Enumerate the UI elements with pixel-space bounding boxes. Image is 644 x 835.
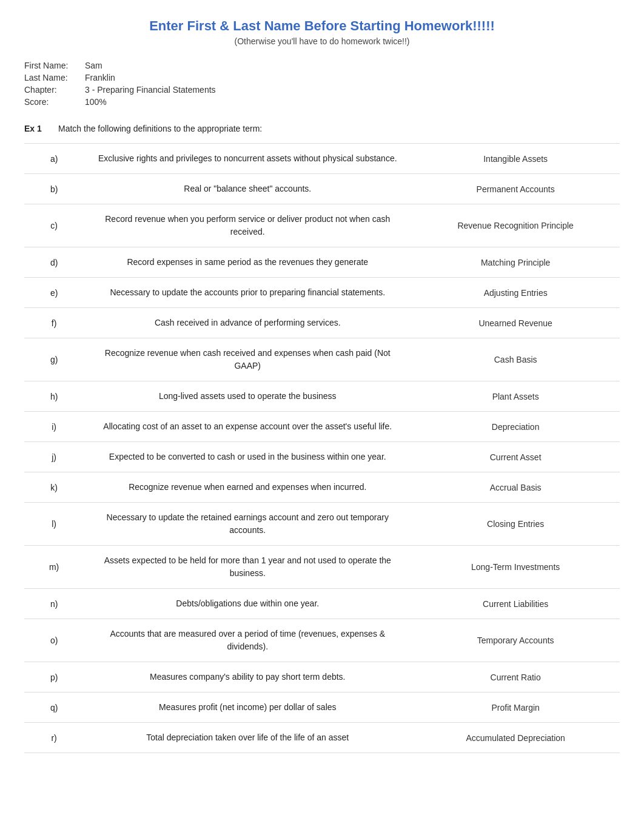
row-definition: Long-lived assets used to operate the bu… <box>84 381 411 412</box>
row-definition: Debts/obligations due within one year. <box>84 589 411 619</box>
row-letter: m) <box>24 546 84 589</box>
row-definition: Exclusive rights and privileges to noncu… <box>84 144 411 174</box>
row-term: Closing Entries <box>411 503 620 546</box>
row-term: Current Liabilities <box>411 589 620 619</box>
page-header: Enter First & Last Name Before Starting … <box>24 18 620 46</box>
table-row: l)Necessary to update the retained earni… <box>24 503 620 546</box>
score-row: Score: 100% <box>24 97 620 107</box>
last-name-value: Franklin <box>85 73 115 82</box>
exercise-number: Ex 1 <box>24 124 49 133</box>
row-definition: Cash received in advance of performing s… <box>84 308 411 338</box>
row-term: Cash Basis <box>411 338 620 381</box>
header-title: Enter First & Last Name Before Starting … <box>24 18 620 34</box>
first-name-value: Sam <box>85 61 102 70</box>
table-row: d)Record expenses in same period as the … <box>24 247 620 278</box>
row-letter: d) <box>24 247 84 278</box>
score-value: 100% <box>85 97 107 107</box>
table-row: m)Assets expected to be held for more th… <box>24 546 620 589</box>
row-term: Profit Margin <box>411 692 620 723</box>
last-name-row: Last Name: Franklin <box>24 73 620 82</box>
row-definition: Recognize revenue when earned and expens… <box>84 472 411 503</box>
exercise-instruction: Match the following definitions to the a… <box>58 124 262 133</box>
row-letter: f) <box>24 308 84 338</box>
row-term: Plant Assets <box>411 381 620 412</box>
row-term: Intangible Assets <box>411 144 620 174</box>
row-letter: o) <box>24 619 84 662</box>
row-term: Permanent Accounts <box>411 174 620 204</box>
row-definition: Allocating cost of an asset to an expens… <box>84 412 411 442</box>
table-row: q)Measures profit (net income) per dolla… <box>24 692 620 723</box>
row-term: Long-Term Investments <box>411 546 620 589</box>
row-letter: k) <box>24 472 84 503</box>
row-term: Matching Principle <box>411 247 620 278</box>
first-name-row: First Name: Sam <box>24 61 620 70</box>
row-letter: e) <box>24 278 84 308</box>
row-term: Current Asset <box>411 442 620 472</box>
row-term: Adjusting Entries <box>411 278 620 308</box>
row-term: Accumulated Depreciation <box>411 723 620 753</box>
row-definition: Measures profit (net income) per dollar … <box>84 692 411 723</box>
row-letter: g) <box>24 338 84 381</box>
row-definition: Real or "balance sheet" accounts. <box>84 174 411 204</box>
row-letter: b) <box>24 174 84 204</box>
table-row: a)Exclusive rights and privileges to non… <box>24 144 620 174</box>
row-definition: Record revenue when you perform service … <box>84 204 411 247</box>
row-term: Unearned Revenue <box>411 308 620 338</box>
row-definition: Recognize revenue when cash received and… <box>84 338 411 381</box>
row-definition: Assets expected to be held for more than… <box>84 546 411 589</box>
table-row: f)Cash received in advance of performing… <box>24 308 620 338</box>
info-section: First Name: Sam Last Name: Franklin Chap… <box>24 61 620 107</box>
table-row: n)Debts/obligations due within one year.… <box>24 589 620 619</box>
table-row: p)Measures company's ability to pay shor… <box>24 662 620 692</box>
table-row: j)Expected to be converted to cash or us… <box>24 442 620 472</box>
table-row: k)Recognize revenue when earned and expe… <box>24 472 620 503</box>
table-row: g)Recognize revenue when cash received a… <box>24 338 620 381</box>
table-row: i)Allocating cost of an asset to an expe… <box>24 412 620 442</box>
row-letter: h) <box>24 381 84 412</box>
row-letter: a) <box>24 144 84 174</box>
row-term: Accrual Basis <box>411 472 620 503</box>
row-definition: Expected to be converted to cash or used… <box>84 442 411 472</box>
chapter-label: Chapter: <box>24 85 85 95</box>
chapter-row: Chapter: 3 - Preparing Financial Stateme… <box>24 85 620 95</box>
exercise-header: Ex 1 Match the following definitions to … <box>24 124 620 133</box>
header-subtitle: (Otherwise you'll have to do homework tw… <box>24 36 620 46</box>
last-name-label: Last Name: <box>24 73 85 82</box>
row-letter: j) <box>24 442 84 472</box>
row-letter: l) <box>24 503 84 546</box>
row-letter: q) <box>24 692 84 723</box>
row-term: Depreciation <box>411 412 620 442</box>
row-term: Current Ratio <box>411 662 620 692</box>
table-row: e)Necessary to update the accounts prior… <box>24 278 620 308</box>
first-name-label: First Name: <box>24 61 85 70</box>
row-letter: r) <box>24 723 84 753</box>
table-row: c)Record revenue when you perform servic… <box>24 204 620 247</box>
row-definition: Necessary to update the accounts prior t… <box>84 278 411 308</box>
row-definition: Accounts that are measured over a period… <box>84 619 411 662</box>
table-row: r)Total depreciation taken over life of … <box>24 723 620 753</box>
row-definition: Record expenses in same period as the re… <box>84 247 411 278</box>
row-letter: c) <box>24 204 84 247</box>
row-letter: n) <box>24 589 84 619</box>
table-row: o)Accounts that are measured over a peri… <box>24 619 620 662</box>
row-definition: Measures company's ability to pay short … <box>84 662 411 692</box>
row-letter: i) <box>24 412 84 442</box>
table-row: b)Real or "balance sheet" accounts.Perma… <box>24 174 620 204</box>
row-definition: Total depreciation taken over life of th… <box>84 723 411 753</box>
matching-table: a)Exclusive rights and privileges to non… <box>24 143 620 753</box>
row-term: Temporary Accounts <box>411 619 620 662</box>
row-term: Revenue Recognition Principle <box>411 204 620 247</box>
row-letter: p) <box>24 662 84 692</box>
table-row: h)Long-lived assets used to operate the … <box>24 381 620 412</box>
score-label: Score: <box>24 97 85 107</box>
chapter-value: 3 - Preparing Financial Statements <box>85 85 216 95</box>
row-definition: Necessary to update the retained earning… <box>84 503 411 546</box>
